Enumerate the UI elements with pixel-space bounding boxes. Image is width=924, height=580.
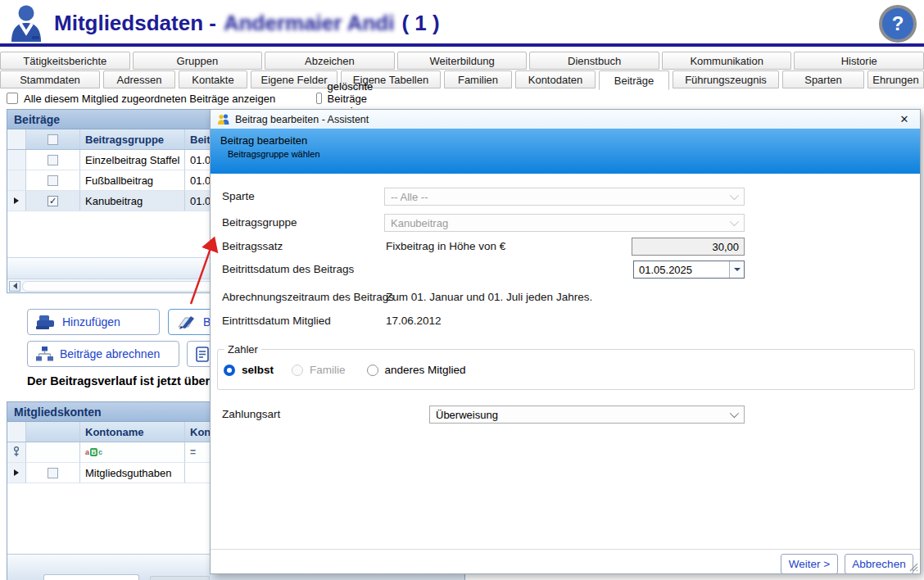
dialog-title: Beitrag bearbeiten - Assistent (235, 114, 369, 125)
row-checkbox[interactable] (48, 468, 58, 478)
sparte-select: -- Alle -- (384, 188, 745, 206)
col-kontoname[interactable]: Kontoname (80, 422, 185, 442)
resize-grip[interactable] (909, 563, 918, 572)
show-deleted-option: gelöschte Beiträge anzeigen (316, 91, 379, 106)
dialog-title-bar[interactable]: Beitrag bearbeiten - Assistent ✕ (211, 110, 920, 129)
filter-pin-icon (12, 446, 20, 458)
tab-adressen[interactable]: Adressen (103, 70, 175, 88)
beitragssatz-amount-field[interactable]: 30,00 (632, 238, 745, 256)
row-checkbox-cell (26, 191, 80, 211)
row-checkbox[interactable] (48, 175, 58, 186)
tab-kontakte[interactable]: Kontakte (179, 70, 247, 88)
tab-familien[interactable]: Familien (444, 70, 512, 88)
app-window: Mitgliedsdaten - Andermaier Andi ( 1 ) ?… (0, 0, 924, 580)
cell-beitragsgruppe: Einzelbeitrag Staffel (80, 150, 185, 170)
date-dropdown-button[interactable] (729, 261, 744, 278)
zahler-legend: Zahler (224, 343, 261, 356)
tab-ehrungen[interactable]: Ehrungen (867, 70, 924, 88)
help-button[interactable]: ? (879, 5, 917, 43)
wizard-step-title: Beitrag bearbeiten (220, 134, 920, 147)
show-all-checkbox[interactable] (7, 93, 18, 104)
org-chart-icon (36, 347, 53, 362)
tab-weiterbildung[interactable]: Weiterbildung (397, 52, 528, 70)
next-button[interactable]: Weiter > (781, 554, 838, 574)
settle-contributions-button[interactable]: Beiträge abrechnen (27, 341, 179, 367)
member-logo-icon (7, 4, 46, 47)
close-icon: ✕ (900, 113, 909, 125)
abrechnungszeitraum-label: Abrechnungszeitraum des Beitrags (222, 288, 394, 306)
cancel-button[interactable]: Abbrechen (845, 554, 913, 574)
radio-selbst-selected[interactable] (224, 365, 235, 376)
tab-abzeichen[interactable]: Abzeichen (265, 52, 395, 70)
row-checkbox[interactable] (48, 155, 58, 165)
tab-beitraege-active[interactable]: Beiträge (599, 70, 669, 90)
cell-kontoname: Mitgliedsguthaben (80, 463, 185, 483)
abc-filter-icon: aBc (85, 448, 102, 456)
beitragsgruppe-label: Beitragsgruppe (222, 214, 297, 232)
row-indicator (7, 150, 26, 170)
radio-anderes-mitglied[interactable] (367, 365, 378, 376)
cutoff-element (150, 576, 210, 580)
tab-stammdaten[interactable]: Stammdaten (0, 70, 100, 88)
dialog-footer-divider (211, 549, 920, 550)
indicator-column-header (7, 129, 26, 149)
filter-bar: Alle diesem Mitglied zugeordneten Beiträ… (7, 91, 275, 106)
filter-pin-cell (7, 442, 26, 462)
member-count: ( 1 ) (401, 11, 439, 36)
select-all-checkbox[interactable] (48, 134, 58, 145)
radio-selbst-label: selbst (242, 364, 274, 376)
indicator-column-header (7, 422, 26, 442)
chevron-down-icon (730, 191, 739, 200)
scroll-left-button[interactable] (9, 281, 20, 292)
row-indicator (7, 170, 26, 190)
wizard-step-subtitle: Beitragsgruppe wählen (228, 149, 920, 159)
show-all-label: Alle diesem Mitglied zugeordneten Beiträ… (24, 93, 275, 105)
page-title: Mitgliedsdaten - Andermaier Andi ( 1 ) (54, 11, 440, 36)
checkbox-column-header (26, 422, 80, 442)
tab-kommunikation[interactable]: Kommunikation (662, 52, 792, 70)
tab-taetigkeitsberichte[interactable]: Tätigkeitsberichte (0, 52, 130, 70)
tab-historie[interactable]: Historie (794, 52, 924, 70)
abrechnungszeitraum-value: Zum 01. Januar und 01. Juli jeden Jahres… (386, 288, 592, 306)
close-button[interactable]: ✕ (895, 111, 913, 128)
status-text: Der Beitragsverlauf ist jetzt über (27, 374, 210, 387)
beitragssatz-description: Fixbeitrag in Höhe von € (386, 238, 505, 256)
header-divider (0, 43, 924, 47)
row-checkbox-checked[interactable] (48, 196, 58, 206)
eintrittsdatum-value: 17.06.2012 (386, 312, 442, 330)
show-all-contributions-option: Alle diesem Mitglied zugeordneten Beiträ… (7, 91, 275, 106)
equals-filter-icon: = (190, 446, 196, 458)
dropdown-arrow-icon (734, 268, 741, 271)
beitragssatz-label: Beitragssatz (222, 238, 283, 256)
beitrag-bearbeiten-dialog: Beitrag bearbeiten - Assistent ✕ Beitrag… (210, 109, 921, 574)
radio-familie-label: Familie (310, 364, 346, 376)
add-button[interactable]: Hinzufügen (27, 309, 160, 335)
zahler-options: selbst Familie anderes Mitglied (224, 364, 466, 376)
show-deleted-checkbox[interactable] (316, 93, 322, 104)
chevron-down-icon (730, 409, 739, 418)
row-indicator-arrow (7, 463, 26, 483)
zahler-groupbox: Zahler selbst Familie anderes Mitglied (217, 349, 915, 390)
tab-sparten[interactable]: Sparten (782, 70, 864, 88)
filter-kontoname-cell[interactable]: aBc (80, 442, 185, 462)
question-mark-icon: ? (892, 12, 904, 35)
beitrittsdatum-date-picker[interactable]: 01.05.2025 (633, 261, 745, 279)
cutoff-button[interactable] (43, 574, 139, 580)
beitragsgruppe-select: Kanubeitrag (384, 214, 745, 232)
tab-row-1: Tätigkeitsberichte Gruppen Abzeichen Wei… (0, 52, 924, 70)
current-row-icon (14, 469, 19, 476)
member-name-blurred: Andermaier Andi (224, 11, 395, 36)
tab-dienstbuch[interactable]: Dienstbuch (529, 52, 659, 70)
wizard-banner: Beitrag bearbeiten Beitragsgruppe wählen (211, 129, 920, 174)
document-icon (196, 347, 210, 362)
tab-fuehrungszeugnis[interactable]: Führungszeugnis (673, 70, 779, 88)
eintrittsdatum-label: Eintrittsdatum Mitglied (222, 312, 331, 330)
cell-beitragsgruppe: Kanubeitrag (80, 191, 185, 211)
col-beitragsgruppe[interactable]: Beitragsgruppe (80, 129, 185, 149)
title-prefix: Mitgliedsdaten - (54, 11, 216, 36)
tab-kontodaten[interactable]: Kontodaten (515, 70, 596, 88)
select-all-column-header (26, 129, 80, 149)
tab-eigene-felder[interactable]: Eigene Felder (251, 70, 337, 88)
tab-gruppen[interactable]: Gruppen (133, 52, 263, 70)
zahlungsart-select[interactable]: Überweisung (429, 406, 745, 424)
